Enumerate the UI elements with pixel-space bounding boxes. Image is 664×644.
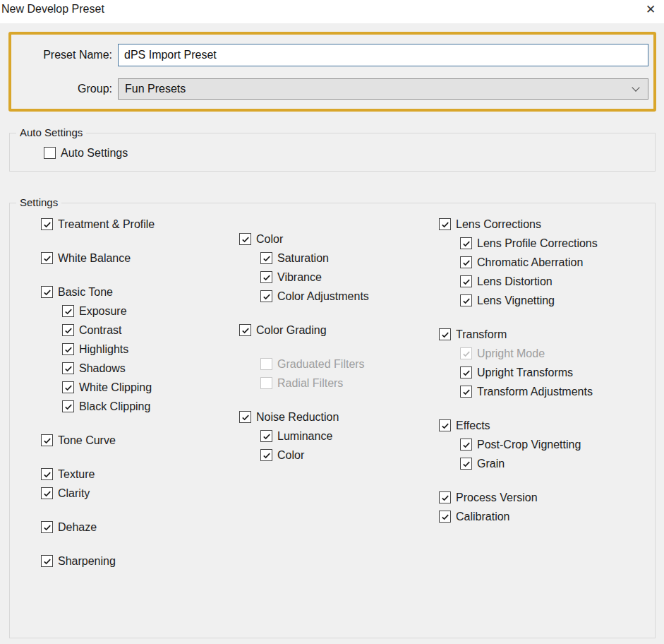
settings-group: TextureClarity	[41, 465, 249, 503]
checkbox-radial-filters	[260, 377, 272, 389]
checkbox-chromatic-aberration[interactable]	[460, 256, 472, 268]
checkbox-row-tone-curve[interactable]: Tone Curve	[41, 431, 249, 450]
checkbox-label: Tone Curve	[58, 434, 116, 447]
check-icon	[64, 345, 73, 354]
preset-name-label: Preset Name:	[14, 49, 112, 61]
checkbox-transform[interactable]	[439, 328, 451, 340]
checkbox-black-clipping[interactable]	[62, 400, 74, 412]
checkbox-color[interactable]	[260, 449, 272, 461]
checkbox-color[interactable]	[239, 233, 251, 245]
checkbox-highlights[interactable]	[62, 343, 74, 355]
checkbox-row-clarity[interactable]: Clarity	[41, 484, 249, 503]
checkbox-row-vibrance[interactable]: Vibrance	[260, 268, 447, 287]
checkbox-label: Upright Mode	[477, 347, 545, 360]
checkbox-row-color[interactable]: Color	[260, 446, 447, 465]
checkbox-row-upright-transforms[interactable]: Upright Transforms	[460, 363, 647, 382]
checkbox-label: Auto Settings	[61, 147, 128, 160]
checkbox-row-calibration[interactable]: Calibration	[439, 507, 647, 526]
settings-group: Sharpening	[41, 551, 249, 571]
checkbox-shadows[interactable]	[62, 362, 74, 374]
checkbox-dehaze[interactable]	[41, 521, 53, 533]
checkbox-exposure[interactable]	[62, 305, 74, 317]
checkbox-clarity[interactable]	[41, 487, 53, 499]
preset-name-input[interactable]	[118, 44, 648, 66]
checkbox-white-balance[interactable]	[41, 252, 53, 264]
checkbox-basic-tone[interactable]	[41, 286, 53, 298]
checkbox-label: Lens Distortion	[477, 275, 553, 288]
checkbox-label: Chromatic Aberration	[477, 256, 583, 269]
checkbox-label: Contrast	[79, 324, 121, 337]
checkbox-row-shadows[interactable]: Shadows	[62, 359, 249, 378]
checkbox-row-basic-tone[interactable]: Basic Tone	[41, 282, 249, 302]
checkbox-treatment-profile[interactable]	[41, 218, 53, 230]
checkbox-row-highlights[interactable]: Highlights	[62, 340, 249, 359]
checkbox-color-grading[interactable]	[239, 324, 251, 336]
checkbox-row-chromatic-aberration[interactable]: Chromatic Aberration	[460, 253, 647, 272]
checkbox-lens-profile-corrections[interactable]	[460, 237, 472, 249]
checkbox-row-transform-adjustments[interactable]: Transform Adjustments	[460, 382, 647, 401]
checkbox-luminance[interactable]	[260, 430, 272, 442]
checkbox-row-lens-corrections[interactable]: Lens Corrections	[439, 215, 647, 234]
checkbox-saturation[interactable]	[260, 252, 272, 264]
checkbox-row-lens-profile-corrections[interactable]: Lens Profile Corrections	[460, 234, 647, 253]
checkbox-effects[interactable]	[439, 419, 451, 431]
checkbox-row-saturation[interactable]: Saturation	[260, 249, 447, 268]
checkbox-contrast[interactable]	[62, 324, 74, 336]
checkbox-row-noise-reduction[interactable]: Noise Reduction	[239, 407, 447, 427]
checkbox-row-lens-distortion[interactable]: Lens Distortion	[460, 272, 647, 291]
checkbox-row-exposure[interactable]: Exposure	[62, 302, 249, 321]
settings-group: Process VersionCalibration	[439, 488, 647, 526]
checkbox-noise-reduction[interactable]	[239, 411, 251, 423]
checkbox-lens-corrections[interactable]	[439, 218, 451, 230]
group-select[interactable]: Fun Presets	[118, 78, 648, 100]
checkbox-row-white-clipping[interactable]: White Clipping	[62, 378, 249, 397]
checkbox-vibrance[interactable]	[260, 271, 272, 283]
checkbox-grain[interactable]	[460, 458, 472, 470]
checkbox-label: Lens Profile Corrections	[477, 237, 598, 250]
checkbox-color-adjustments[interactable]	[260, 290, 272, 302]
check-icon	[64, 364, 73, 373]
settings-column-1: Treatment & ProfileWhite BalanceBasic To…	[41, 215, 249, 571]
checkbox-row-lens-vignetting[interactable]: Lens Vignetting	[460, 291, 647, 310]
checkbox-transform-adjustments[interactable]	[460, 386, 472, 398]
checkbox-row-auto-settings[interactable]: Auto Settings	[44, 143, 128, 162]
checkbox-row-sharpening[interactable]: Sharpening	[41, 551, 249, 571]
checkbox-process-version[interactable]	[439, 491, 451, 503]
checkbox-upright-transforms[interactable]	[460, 366, 472, 378]
checkbox-row-transform[interactable]: Transform	[439, 325, 647, 344]
checkbox-row-color-grading[interactable]: Color Grading	[239, 321, 447, 340]
checkbox-label: Post-Crop Vignetting	[477, 439, 581, 451]
checkbox-row-contrast[interactable]: Contrast	[62, 321, 249, 340]
checkbox-row-treatment-profile[interactable]: Treatment & Profile	[41, 215, 249, 234]
checkbox-label: Shadows	[79, 362, 126, 375]
checkbox-white-clipping[interactable]	[62, 381, 74, 393]
checkbox-row-texture[interactable]: Texture	[41, 465, 249, 484]
settings-column-3: Lens CorrectionsLens Profile Corrections…	[439, 215, 647, 526]
checkbox-row-white-balance[interactable]: White Balance	[41, 249, 249, 268]
checkbox-row-post-crop-vignetting[interactable]: Post-Crop Vignetting	[460, 435, 647, 454]
checkbox-calibration[interactable]	[439, 511, 451, 523]
checkbox-tone-curve[interactable]	[41, 434, 53, 446]
checkbox-row-luminance[interactable]: Luminance	[260, 427, 447, 446]
checkbox-row-effects[interactable]: Effects	[439, 416, 647, 435]
checkbox-texture[interactable]	[41, 468, 53, 480]
close-icon[interactable]: ✕	[641, 0, 660, 18]
check-icon	[64, 307, 73, 316]
checkbox-row-color[interactable]: Color	[239, 229, 447, 249]
checkbox-label: Color	[256, 233, 283, 246]
check-icon	[441, 330, 449, 339]
checkbox-row-grain[interactable]: Grain	[460, 454, 647, 473]
checkbox-row-color-adjustments[interactable]: Color Adjustments	[260, 287, 447, 306]
check-icon	[441, 494, 449, 502]
checkbox-row-graduated-filters: Graduated Filters	[260, 354, 447, 374]
check-icon	[462, 350, 471, 358]
checkbox-row-black-clipping[interactable]: Black Clipping	[62, 397, 249, 416]
settings-group: Color Grading	[239, 321, 447, 340]
checkbox-auto-settings[interactable]	[44, 147, 56, 159]
checkbox-row-process-version[interactable]: Process Version	[439, 488, 647, 507]
checkbox-post-crop-vignetting[interactable]	[460, 439, 472, 451]
checkbox-row-dehaze[interactable]: Dehaze	[41, 518, 249, 537]
checkbox-lens-distortion[interactable]	[460, 275, 472, 287]
checkbox-sharpening[interactable]	[41, 555, 53, 567]
checkbox-lens-vignetting[interactable]	[460, 294, 472, 306]
